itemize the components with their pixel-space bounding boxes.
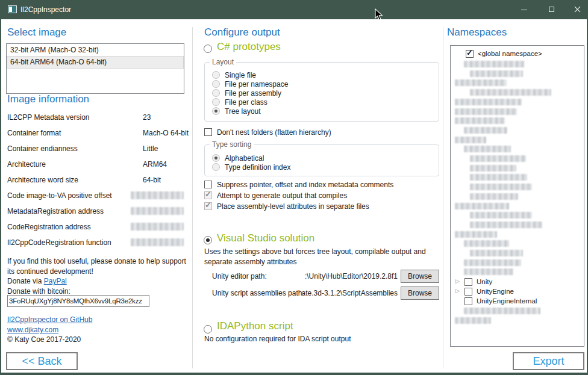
window-title: Il2CppInspector	[20, 5, 71, 14]
copyright-text: © Katy Coe 2017-2020	[7, 335, 81, 344]
website-link[interactable]: www.djkaty.com	[7, 326, 58, 334]
namespace-label: <global namespace>	[478, 50, 542, 57]
expander-icon[interactable]: ▷	[455, 278, 460, 284]
type-sorting-label: Type definition index	[225, 163, 290, 172]
option-checkbox-label: Attempt to generate output that compiles	[217, 191, 347, 200]
back-button[interactable]: << Back	[6, 352, 78, 370]
redacted-namespace	[470, 184, 532, 190]
layout-option-label: Tree layout	[225, 107, 261, 116]
info-value: 64-bit	[143, 176, 161, 184]
redacted-namespace	[470, 212, 532, 218]
namespace-checkbox[interactable]	[464, 278, 472, 286]
type-sorting-label: Alphabetical	[225, 154, 264, 163]
redacted-value	[131, 191, 184, 199]
redacted-namespace	[470, 89, 551, 96]
title-bar: Il2CppInspector	[1, 0, 587, 19]
bitcoin-address-input[interactable]	[7, 295, 149, 307]
unity-editor-path-value[interactable]: :\Unity\Hub\Editor\2019.2.8f1	[272, 272, 398, 280]
divider-left	[192, 27, 193, 368]
minimize-button[interactable]	[510, 0, 538, 19]
redacted-namespace	[470, 174, 527, 181]
redacted-namespace	[455, 117, 505, 124]
namespaces-title: Namespaces	[447, 26, 507, 39]
type-sorting-radio[interactable]	[212, 163, 220, 171]
csharp-prototypes-radio[interactable]	[204, 45, 212, 53]
redacted-namespace	[470, 70, 523, 77]
redacted-namespace	[455, 99, 522, 105]
namespace-label: Unity	[477, 278, 492, 285]
namespace-checkbox[interactable]	[464, 297, 472, 305]
info-label: Il2CppCodeRegistration function	[7, 238, 111, 247]
configure-output-title: Configure output	[204, 26, 280, 39]
donate-paypal-line: Donate via PayPal	[7, 277, 67, 285]
layout-groupbox: Layout Single fileFile per namespaceFile…	[204, 62, 439, 122]
redacted-namespace	[470, 193, 518, 200]
redacted-namespace	[455, 108, 517, 115]
option-checkbox[interactable]: ✓	[204, 202, 212, 210]
image-list-item[interactable]: 64-bit ARM64 (Mach-O 64-bit)	[7, 57, 183, 68]
divider-right	[443, 27, 443, 368]
info-label: Container endianness	[7, 144, 78, 153]
visual-studio-description: Uses the settings above but forces tree …	[204, 247, 444, 267]
app-window: Il2CppInspector Select image 32-bit ARM …	[0, 0, 588, 375]
export-button[interactable]: Export	[513, 352, 584, 370]
layout-option-radio[interactable]	[212, 80, 220, 88]
idapython-label: IDAPython script	[217, 320, 293, 332]
idapython-description: No configuration required for IDA script…	[204, 335, 351, 343]
type-sorting-groupbox: Type sorting AlphabeticalType definition…	[204, 144, 439, 176]
unity-editor-path-label: Unity editor path:	[212, 272, 267, 280]
visual-studio-radio[interactable]	[204, 236, 212, 244]
flatten-checkbox[interactable]	[204, 128, 212, 136]
info-label: Container format	[7, 129, 61, 137]
option-checkbox[interactable]	[204, 181, 212, 188]
namespace-label: UnityEngineInternal	[477, 297, 537, 305]
unity-script-browse-button[interactable]: Browse	[401, 287, 439, 300]
unity-editor-browse-button[interactable]: Browse	[401, 270, 439, 283]
layout-option-radio[interactable]	[212, 89, 220, 97]
info-value: 23	[143, 113, 151, 122]
option-checkbox[interactable]: ✓	[204, 191, 212, 199]
redacted-namespace	[464, 127, 507, 134]
check-icon: ✓	[205, 190, 211, 199]
github-link[interactable]: Il2CppInspector on GitHub	[7, 315, 92, 324]
image-list-item[interactable]: 32-bit ARM (Mach-O 32-bit)	[7, 45, 183, 56]
redacted-namespace	[470, 250, 523, 256]
close-button[interactable]	[563, 0, 587, 19]
flatten-checkbox-label: Don't nest folders (flatten hierarchy)	[217, 128, 331, 137]
redacted-namespace	[455, 79, 507, 86]
redacted-namespace	[464, 146, 511, 152]
unity-script-path-value[interactable]: ate.3d-3.1.2\ScriptAssemblies	[272, 289, 398, 297]
layout-option-label: File per namespace	[225, 80, 288, 88]
app-icon	[8, 5, 17, 13]
type-sorting-radio[interactable]	[212, 154, 220, 162]
info-value: ARM64	[143, 160, 167, 169]
layout-option-radio[interactable]	[212, 107, 220, 115]
expander-icon[interactable]: ▷	[455, 288, 460, 294]
layout-option-radio[interactable]	[212, 71, 220, 79]
redacted-namespace	[470, 222, 542, 228]
layout-group-title: Layout	[210, 58, 236, 66]
redacted-value	[131, 238, 184, 246]
namespace-checkbox[interactable]: ✓	[466, 50, 474, 58]
layout-option-label: File per assembly	[225, 89, 281, 98]
info-label: MetadataRegistration address	[7, 207, 104, 215]
namespace-checkbox[interactable]	[464, 288, 472, 296]
idapython-radio[interactable]	[204, 325, 212, 333]
info-label: Code image-to-VA positive offset	[7, 191, 112, 200]
option-checkbox-label: Suppress pointer, offset and index metad…	[217, 181, 393, 189]
image-listbox[interactable]: 32-bit ARM (Mach-O 32-bit)64-bit ARM64 (…	[6, 43, 184, 94]
mouse-cursor	[375, 8, 384, 21]
redacted-namespace	[455, 203, 509, 209]
bitcoin-label: Donate with bitcoin:	[7, 287, 70, 296]
layout-option-radio[interactable]	[212, 98, 220, 106]
paypal-link[interactable]: PayPal	[44, 277, 67, 285]
namespaces-tree[interactable]: ✓<global namespace>▷Unity▷UnityEngineUni…	[450, 45, 584, 347]
maximize-button[interactable]	[538, 0, 566, 19]
namespace-label: UnityEngine	[477, 288, 514, 295]
minimize-icon	[521, 10, 527, 10]
redacted-namespace	[470, 165, 516, 172]
redacted-namespace	[470, 155, 526, 162]
info-value: Mach-O 64-bit	[143, 129, 189, 137]
redacted-namespace	[464, 61, 524, 67]
redacted-namespace	[464, 240, 509, 247]
